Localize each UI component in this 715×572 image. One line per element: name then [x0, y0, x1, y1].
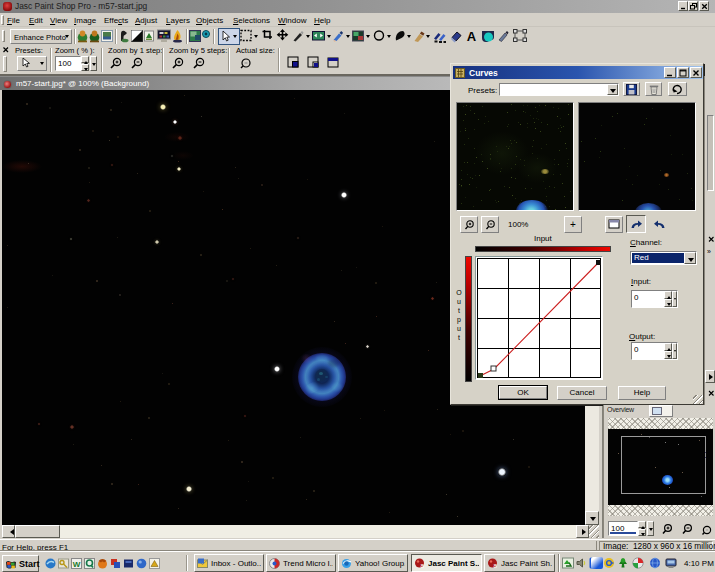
svg-text:W: W	[73, 560, 81, 569]
svg-text:A: A	[467, 29, 477, 43]
